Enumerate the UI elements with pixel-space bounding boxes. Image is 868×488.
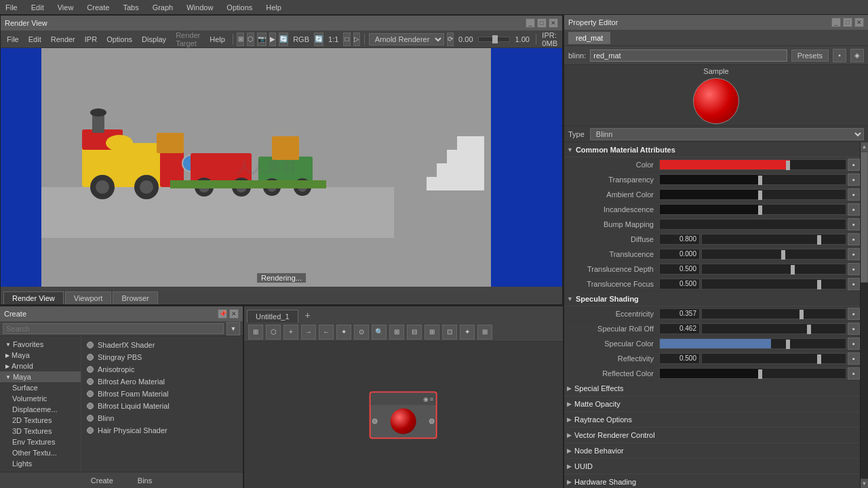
node-input-dot[interactable]	[372, 418, 378, 424]
tree-env-textures[interactable]: Env Textures	[0, 436, 81, 447]
graph-btn-4[interactable]: →	[301, 325, 316, 340]
section-raytrace-header[interactable]: ▶ Raytrace Options	[564, 412, 860, 427]
tree-maya-1[interactable]: ▶Maya	[0, 350, 81, 361]
menu-options[interactable]: Options	[224, 2, 255, 13]
transparency-check-btn[interactable]: ▪	[848, 174, 860, 186]
prop-presets-btn[interactable]: Presets	[791, 49, 829, 62]
color-slider[interactable]	[659, 159, 846, 170]
reflectivity-check-btn[interactable]: ▪	[848, 352, 860, 365]
diffuse-slider[interactable]	[701, 234, 846, 245]
create-item-stingray[interactable]: Stingray PBS	[81, 351, 243, 363]
rv-menu-edit[interactable]: Edit	[25, 34, 45, 45]
eccentricity-slider[interactable]	[701, 308, 846, 319]
prop-maximize-btn[interactable]: □	[843, 18, 852, 27]
tree-displacement[interactable]: Displaceme...	[0, 404, 81, 415]
eccentricity-value[interactable]: 0.357	[659, 308, 700, 319]
menu-graph[interactable]: Graph	[150, 2, 176, 13]
trans-focus-value[interactable]: 0.500	[659, 279, 700, 289]
section-uuid-header[interactable]: ▶ UUID	[564, 459, 860, 474]
menu-file[interactable]: File	[3, 2, 20, 13]
color-check-btn[interactable]: ▪	[848, 159, 860, 171]
graph-btn-8[interactable]: 🔍	[372, 325, 387, 340]
prop-close-btn[interactable]: ✕	[854, 18, 864, 27]
graph-btn-13[interactable]: ✦	[460, 325, 475, 340]
tree-maya-2[interactable]: ▼Maya	[0, 371, 81, 382]
create-search-btn[interactable]: ▼	[226, 322, 240, 336]
graph-btn-10[interactable]: ⊟	[407, 325, 422, 340]
graph-btn-11[interactable]: ⊞	[425, 325, 439, 340]
type-select[interactable]: Blinn	[590, 128, 864, 140]
tab-browser[interactable]: Browser	[113, 291, 157, 304]
reflectivity-slider[interactable]	[701, 353, 846, 364]
graph-btn-7[interactable]: ⊙	[354, 325, 369, 340]
incandescence-check-btn[interactable]: ▪	[848, 203, 860, 216]
section-matte-opacity-header[interactable]: ▶ Matte Opacity	[564, 396, 860, 411]
tree-surface[interactable]: Surface	[0, 382, 81, 393]
diffuse-check-btn[interactable]: ▪	[848, 233, 860, 245]
create-item-bifrost-foam[interactable]: Bifrost Foam Material	[81, 388, 243, 400]
bump-check-btn[interactable]: ▪	[848, 218, 860, 230]
rv-refresh-btn[interactable]: ⟳	[447, 33, 454, 46]
reflectivity-value[interactable]: 0.500	[659, 353, 700, 364]
rv-btn-4[interactable]: ▶	[269, 33, 276, 46]
graph-btn-9[interactable]: ⊞	[389, 325, 404, 340]
create-item-blinn[interactable]: Blinn	[81, 412, 243, 424]
create-item-shaderfx[interactable]: ShaderfX Shader	[81, 339, 243, 351]
prop-icon-btn-2[interactable]: ◈	[850, 49, 864, 62]
specroll-slider[interactable]	[701, 323, 846, 334]
diffuse-value[interactable]: 0.800	[659, 234, 700, 245]
tab-viewport[interactable]: Viewport	[65, 291, 112, 304]
speccolor-slider[interactable]	[659, 338, 846, 349]
graph-btn-14[interactable]: ⊞	[477, 325, 492, 340]
graph-btn-5[interactable]: ←	[319, 325, 334, 340]
specroll-value[interactable]: 0.462	[659, 323, 700, 334]
render-view-close[interactable]: ✕	[549, 18, 558, 28]
rv-btn-7[interactable]: □	[343, 33, 350, 46]
bump-slider[interactable]	[659, 219, 846, 230]
renderer-select[interactable]: Arnold Renderer	[369, 33, 444, 45]
rv-menu-display[interactable]: Display	[138, 34, 170, 45]
scroll-thumb[interactable]	[861, 152, 868, 283]
section-special-effects-header[interactable]: ▶ Special Effects	[564, 381, 860, 396]
reflected-color-check-btn[interactable]: ▪	[848, 367, 860, 380]
translucence-check-btn[interactable]: ▪	[848, 248, 860, 260]
section-common-material[interactable]: ▼ Common Material Attributes	[564, 142, 860, 157]
tree-lights[interactable]: Lights	[0, 458, 81, 469]
trans-focus-slider[interactable]	[701, 279, 846, 289]
menu-tabs[interactable]: Tabs	[120, 2, 141, 13]
translucence-value[interactable]: 0.000	[659, 249, 700, 260]
rv-menu-options[interactable]: Options	[103, 34, 136, 45]
prop-name-input[interactable]	[590, 49, 787, 62]
trans-focus-check-btn[interactable]: ▪	[848, 278, 860, 290]
section-hardware-shading-header[interactable]: ▶ Hardware Shading	[564, 474, 860, 488]
create-item-anisotropic[interactable]: Anisotropic	[81, 363, 243, 375]
rv-btn-6[interactable]: 🔄	[314, 33, 323, 46]
section-node-behavior-header[interactable]: ▶ Node Behavior	[564, 443, 860, 458]
ambient-check-btn[interactable]: ▪	[848, 188, 860, 201]
trans-depth-check-btn[interactable]: ▪	[848, 263, 860, 275]
tree-volumetric[interactable]: Volumetric	[0, 393, 81, 404]
rv-slider[interactable]	[478, 37, 511, 42]
graph-node[interactable]: ◉ ≡	[370, 391, 437, 439]
rv-menu-ipr[interactable]: IPR	[81, 34, 100, 45]
rv-btn-1[interactable]: ⊞	[237, 33, 243, 46]
graph-tab-untitled[interactable]: Untitled_1	[247, 310, 298, 323]
menu-view[interactable]: View	[55, 2, 77, 13]
create-btn[interactable]: Create	[85, 475, 119, 486]
reflected-color-slider[interactable]	[659, 368, 846, 379]
graph-btn-3[interactable]: +	[283, 325, 298, 340]
section-specular-shading[interactable]: ▼ Specular Shading	[564, 291, 860, 306]
create-item-bifrost-aero[interactable]: Bifrost Aero Material	[81, 375, 243, 388]
menu-window[interactable]: Window	[184, 2, 216, 13]
graph-add-tab-btn[interactable]: +	[300, 308, 316, 323]
bins-btn[interactable]: Bins	[132, 475, 157, 486]
rv-menu-help[interactable]: Help	[206, 34, 229, 45]
create-item-hair[interactable]: Hair Physical Shader	[81, 424, 243, 436]
node-output-dot[interactable]	[429, 418, 435, 424]
prop-icon-btn-1[interactable]: ▪	[833, 49, 846, 62]
prop-tab-redmat[interactable]: red_mat	[568, 32, 610, 44]
prop-scrollbar[interactable]: ▲ ▼	[860, 142, 868, 488]
scroll-up-btn[interactable]: ▲	[861, 142, 868, 152]
create-item-bifrost-liquid[interactable]: Bifrost Liquid Material	[81, 400, 243, 412]
graph-btn-2[interactable]: ⬡	[266, 325, 281, 340]
